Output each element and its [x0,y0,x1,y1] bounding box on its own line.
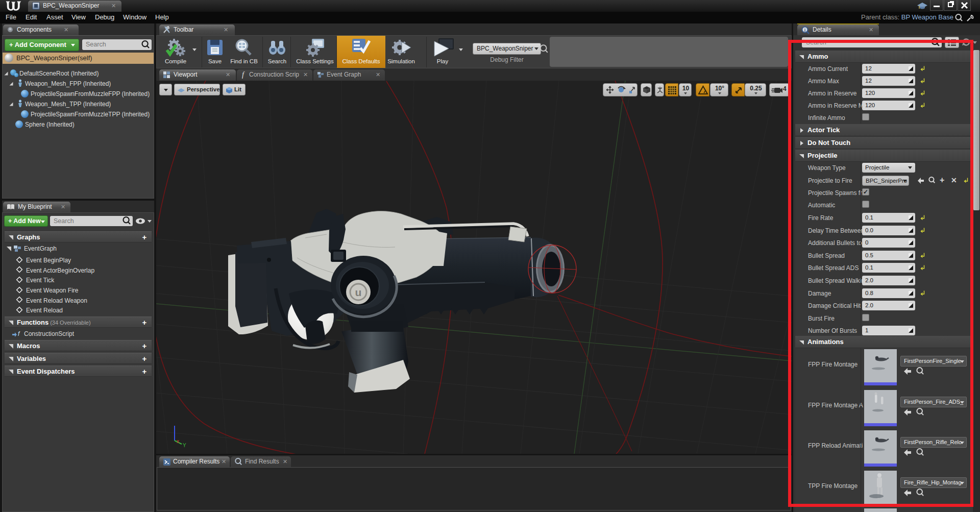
svg-text:i: i [804,28,806,33]
svg-text:u: u [355,286,362,298]
svg-text:Y: Y [183,443,186,448]
svg-text:x: x [177,438,179,444]
